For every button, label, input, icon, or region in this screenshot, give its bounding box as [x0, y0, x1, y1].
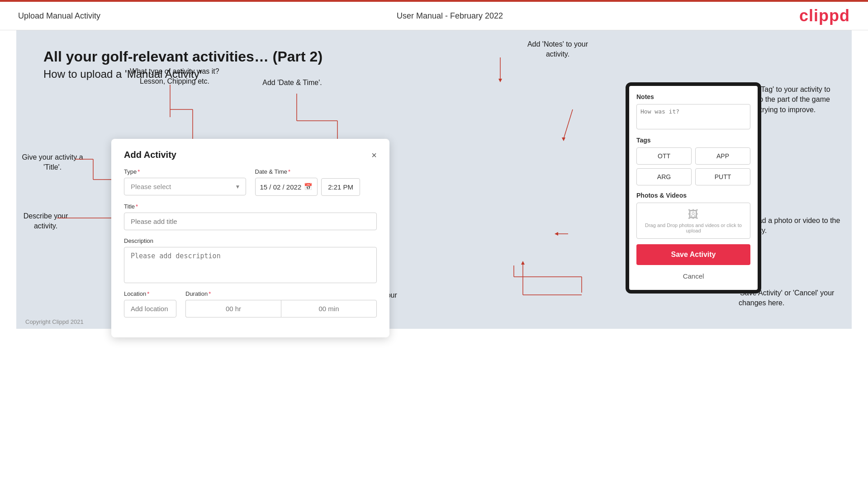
duration-inputs	[185, 300, 377, 317]
type-label: Type*	[124, 168, 246, 175]
photos-section-label: Photos & Videos	[636, 192, 750, 199]
notes-section-label: Notes	[636, 93, 750, 100]
notes-textarea[interactable]	[636, 104, 750, 129]
page-title: Upload Manual Activity	[18, 11, 100, 21]
notes-annotation: Add 'Notes' to your activity.	[517, 39, 598, 60]
type-group: Type* Please select	[124, 168, 246, 196]
description-textarea[interactable]	[124, 247, 377, 283]
title-annotation: Give your activity a 'Title'.	[16, 152, 89, 173]
duration-group: Duration*	[185, 290, 377, 317]
tags-grid: OTT APP ARG PUTT	[636, 147, 750, 185]
phone-screen: Notes Tags OTT APP ARG PUTT Photos & Vid…	[626, 82, 761, 294]
datetime-annotation: Add 'Date & Time'.	[247, 78, 337, 88]
title-group: Title*	[124, 203, 377, 230]
location-duration-row: Location* Duration*	[124, 290, 377, 317]
location-label: Location*	[124, 290, 176, 297]
main-title: All your golf-relevant activities… (Part…	[43, 48, 825, 65]
description-annotation: Describe your activity.	[16, 211, 75, 232]
top-bar: Upload Manual Activity User Manual - Feb…	[0, 0, 868, 30]
image-icon: 🖼	[688, 208, 699, 221]
location-input[interactable]	[124, 300, 176, 317]
time-input[interactable]: 2:21 PM	[321, 178, 360, 196]
photos-drop-area[interactable]: 🖼 Drag and Drop photos and videos or cli…	[636, 203, 750, 239]
dialog-header: Add Activity ×	[124, 150, 377, 160]
title-input[interactable]	[124, 213, 377, 230]
svg-marker-27	[521, 261, 525, 265]
photos-placeholder-text: Drag and Drop photos and videos or click…	[637, 223, 750, 233]
description-label: Description	[124, 237, 377, 244]
datetime-label: Date & Time*	[255, 168, 377, 175]
phone-panel: Notes Tags OTT APP ARG PUTT Photos & Vid…	[626, 82, 761, 294]
manual-title: User Manual - February 2022	[397, 11, 503, 21]
datetime-group: Date & Time* 15 / 02 / 2022 📅 2:21 PM	[255, 168, 377, 196]
tag-app[interactable]: APP	[695, 147, 750, 165]
title-label: Title*	[124, 203, 377, 210]
tag-ott[interactable]: OTT	[636, 147, 692, 165]
svg-line-31	[564, 109, 573, 139]
date-input[interactable]: 15 / 02 / 2022 📅	[255, 178, 318, 196]
logo: clippd	[799, 6, 850, 25]
svg-marker-32	[562, 137, 565, 141]
duration-label: Duration*	[185, 290, 377, 297]
datetime-inputs: 15 / 02 / 2022 📅 2:21 PM	[255, 178, 377, 196]
location-group: Location*	[124, 290, 176, 317]
main-content: All your golf-relevant activities… (Part…	[16, 30, 852, 329]
tag-arg[interactable]: ARG	[636, 168, 692, 185]
duration-min-input[interactable]	[281, 300, 377, 317]
tag-putt[interactable]: PUTT	[695, 168, 750, 185]
type-select-wrapper: Please select	[124, 178, 246, 195]
cancel-button[interactable]: Cancel	[636, 270, 750, 283]
type-datetime-row: Type* Please select Date & Time* 15 / 02…	[124, 168, 377, 196]
copyright: Copyright Clippd 2021	[16, 315, 93, 329]
dialog-close-button[interactable]: ×	[371, 151, 377, 160]
description-group: Description	[124, 237, 377, 283]
calendar-icon[interactable]: 📅	[304, 183, 313, 191]
add-activity-dialog: Add Activity × Type* Please select Date …	[111, 139, 389, 337]
type-annotation: What type of activity was it? Lesson, Ch…	[120, 66, 229, 87]
svg-marker-24	[555, 232, 558, 236]
dialog-title: Add Activity	[124, 150, 176, 160]
duration-hr-input[interactable]	[185, 300, 281, 317]
type-select[interactable]: Please select	[124, 178, 246, 195]
save-activity-button[interactable]: Save Activity	[636, 244, 750, 265]
tags-section-label: Tags	[636, 137, 750, 144]
